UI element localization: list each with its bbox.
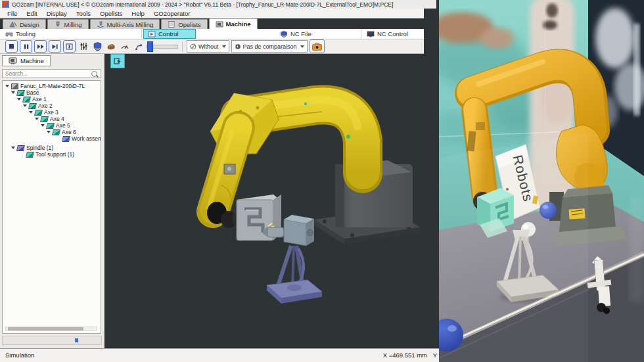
tree-item-label: Axe 3 — [44, 109, 58, 116]
tab-design-label: Design — [20, 21, 39, 28]
axis-node-icon — [52, 129, 60, 135]
menu-item-edit[interactable]: Edit — [22, 10, 41, 17]
tree-item-label: Axe 4 — [50, 116, 64, 122]
axis-node-icon — [40, 116, 49, 122]
menu-item-file[interactable]: File — [3, 10, 22, 17]
app-logo-icon — [2, 1, 9, 8]
tree-item-axe6[interactable]: Axe 6 — [3, 129, 101, 135]
screenshot-button[interactable] — [310, 39, 325, 53]
chevron-down-icon — [35, 118, 39, 120]
chevron-down-icon — [47, 131, 51, 133]
pause-button[interactable] — [20, 40, 32, 53]
speed-gauge-indicator[interactable] — [119, 41, 131, 52]
tree-item-label: Axe 5 — [56, 122, 70, 129]
subtab-tooling-label: Tooling — [16, 30, 35, 37]
speed-gauge-icon — [120, 43, 129, 50]
machine-side-panel: Machine Fanuc_LR-Mate-200iD-7L Base Axe … — [0, 54, 105, 348]
fast-forward-icon — [37, 43, 45, 50]
chevron-down-icon — [41, 124, 45, 127]
axis-node-icon — [46, 123, 55, 129]
status-mode: Simulation — [5, 351, 34, 359]
play-to-end-button[interactable] — [49, 40, 61, 53]
trajectory-toggle[interactable] — [133, 41, 145, 52]
photo-scene: Robots — [439, 0, 644, 362]
tree-item-spindle[interactable]: Spindle (1) — [3, 145, 101, 151]
speed-slider-thumb[interactable] — [147, 41, 153, 52]
window-title: GO2cam [INTERNAL USE] < © GO2cam Interna… — [12, 1, 393, 8]
tab-multi-axis-milling[interactable]: Multi-Axis Milling — [90, 19, 160, 29]
menu-item-tools[interactable]: Tools — [72, 10, 95, 17]
tree-horizontal-scrollbar[interactable] — [5, 327, 97, 331]
main-tab-row: Design Milling Multi-Axis Milling Opelis… — [0, 18, 424, 29]
tree-item-label: Tool support (1) — [35, 151, 74, 158]
tree-item-label: Axe 6 — [62, 129, 76, 135]
cad-robot-scene — [105, 54, 439, 348]
material-removal-toggle[interactable] — [105, 41, 117, 52]
tree-item-axe1[interactable]: Axe 1 — [3, 96, 101, 102]
subtab-control[interactable]: Control — [143, 29, 196, 39]
tree-item-label: Fanuc_LR-Mate-200iD-7L — [20, 83, 85, 89]
simulation-timeline[interactable] — [2, 336, 102, 345]
machine-panel-tab[interactable]: Machine — [2, 55, 51, 66]
machine-tree: Fanuc_LR-Mate-200iD-7L Base Axe 1 Axe 2 … — [2, 80, 101, 334]
tab-design[interactable]: Design — [3, 19, 46, 29]
scrollbar-thumb[interactable] — [8, 327, 83, 330]
chevron-down-icon — [222, 45, 226, 48]
subtab-nc-file[interactable]: NC File — [276, 29, 361, 39]
nc-control-tab-icon — [367, 31, 375, 37]
step-button[interactable] — [63, 40, 76, 53]
tripod-stand — [267, 246, 322, 304]
tree-item-root[interactable]: Fanuc_LR-Mate-200iD-7L — [3, 83, 101, 89]
subtab-nc-control[interactable]: NC Control — [363, 29, 423, 39]
tree-item-axe2[interactable]: Axe 2 — [3, 102, 101, 109]
simulation-toolbar: Without Pas de comparaison — [0, 39, 424, 54]
axis-node-icon — [22, 97, 31, 102]
tree-item-axe3[interactable]: Axe 3 — [3, 109, 101, 116]
axis-node-icon — [34, 110, 43, 116]
tab-milling[interactable]: Milling — [47, 19, 89, 29]
step-icon — [66, 43, 73, 50]
search-box[interactable] — [2, 69, 101, 78]
tab-opelists[interactable]: Opelists — [161, 19, 207, 29]
menu-item-help[interactable]: Help — [127, 10, 149, 17]
chevron-down-icon — [5, 85, 9, 87]
title-bar: GO2cam [INTERNAL USE] < © GO2cam Interna… — [0, 0, 436, 9]
design-tab-icon — [9, 21, 17, 28]
sub-tab-row: Tooling Control NC File NC Control — [0, 29, 424, 39]
tab-multi-axis-milling-label: Multi-Axis Milling — [107, 21, 154, 28]
tab-machine-label: Machine — [226, 20, 251, 28]
without-dropdown[interactable]: Without — [187, 40, 229, 53]
play-document-icon — [114, 57, 122, 65]
status-x-coordinate: X =469.551 mm — [383, 351, 427, 359]
tree-item-base[interactable]: Base — [3, 89, 101, 96]
milling-tab-icon — [54, 21, 62, 28]
viewport-play-overlay-button[interactable] — [110, 54, 125, 68]
fast-forward-button[interactable] — [34, 40, 47, 53]
subtab-nc-file-label: NC File — [290, 30, 311, 37]
chevron-down-icon — [29, 111, 33, 114]
collision-shield-toggle[interactable] — [91, 41, 103, 52]
menu-item-go2operator[interactable]: GO2operator — [149, 10, 195, 17]
tree-item-work-assembly[interactable]: Work assembly su — [3, 135, 101, 142]
search-input[interactable] — [3, 70, 91, 77]
speed-slider[interactable] — [147, 45, 178, 49]
comparison-dropdown[interactable]: Pas de comparaison — [231, 40, 308, 53]
subtab-tooling[interactable]: Tooling — [1, 29, 142, 39]
chevron-down-icon — [300, 45, 304, 48]
stop-button[interactable] — [5, 40, 18, 53]
tab-machine[interactable]: Machine — [209, 18, 258, 29]
status-y-coordinate: Y — [433, 351, 437, 359]
tree-item-axe4[interactable]: Axe 4 — [3, 116, 101, 122]
search-icon — [91, 71, 97, 77]
simulation-viewport[interactable] — [105, 54, 439, 348]
chevron-down-icon — [17, 98, 21, 101]
tree-item-tool-support[interactable]: Tool support (1) — [3, 151, 101, 158]
tree-item-axe5[interactable]: Axe 5 — [3, 122, 101, 129]
tree-item-label: Axe 1 — [32, 96, 47, 102]
menu-item-opelists[interactable]: Opelists — [95, 10, 127, 17]
timeline-marker[interactable] — [75, 338, 78, 342]
kinematics-settings-button[interactable] — [78, 41, 89, 52]
chevron-down-icon — [11, 91, 15, 94]
menu-item-display[interactable]: Display — [42, 10, 72, 17]
chevron-down-icon — [11, 147, 15, 149]
